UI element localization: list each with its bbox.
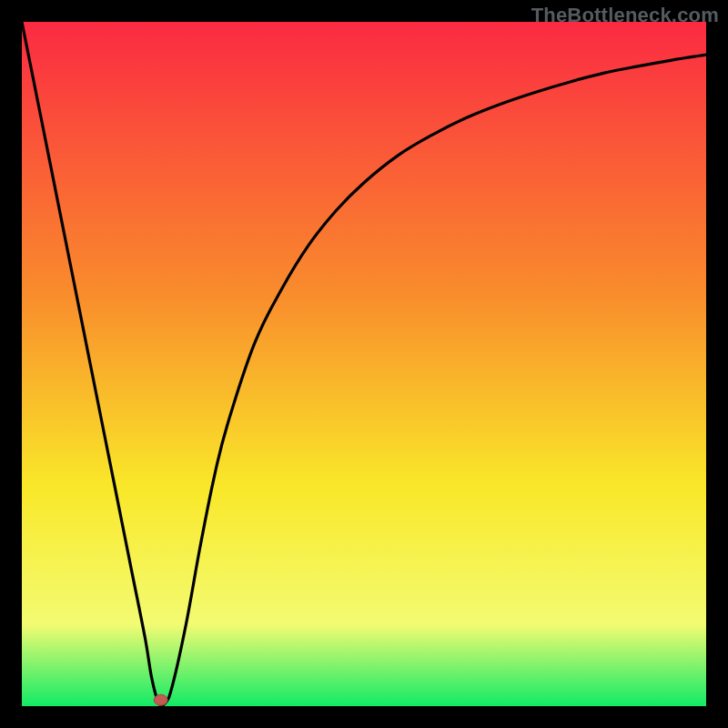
gradient-background xyxy=(22,22,706,706)
chart-frame xyxy=(22,22,706,706)
watermark-text: TheBottleneck.com xyxy=(531,4,719,27)
optimum-marker xyxy=(154,694,167,705)
bottleneck-plot xyxy=(22,22,706,706)
